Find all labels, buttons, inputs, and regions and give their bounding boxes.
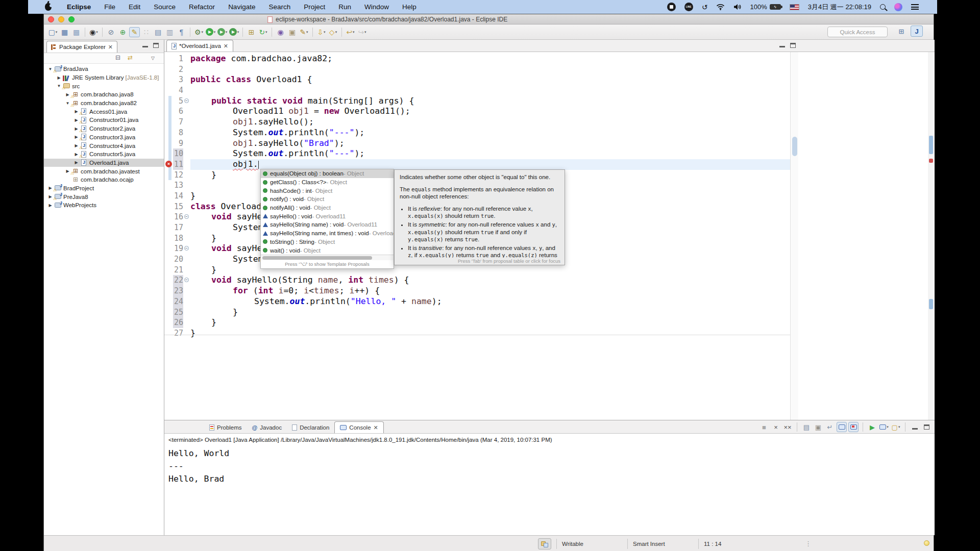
code-text[interactable]: public static void main(String[] args) { bbox=[190, 96, 790, 107]
siri-icon[interactable] bbox=[894, 3, 902, 11]
code-text[interactable]: package com.bradchao.java82; bbox=[190, 54, 790, 64]
window-titlebar[interactable]: eclipse-workspace - BradJava/src/com/bra… bbox=[44, 14, 934, 24]
close-view-icon[interactable]: ✕ bbox=[108, 44, 113, 51]
code-text[interactable]: } bbox=[190, 328, 790, 339]
editor-vertical-scrollbar[interactable] bbox=[790, 52, 798, 420]
open-task-icon[interactable]: ◉ bbox=[275, 27, 286, 37]
proposal-notifyAll[interactable]: notifyAll() : void - Object bbox=[261, 204, 394, 212]
coverage-icon[interactable]: ▶▾ bbox=[229, 27, 239, 37]
save-all-icon[interactable]: ▩ bbox=[71, 27, 82, 37]
javadoc-hover-popup[interactable]: Indicates whether some other object is "… bbox=[394, 169, 565, 265]
maximize-editor-icon[interactable] bbox=[790, 43, 796, 48]
run-external-tools-icon[interactable]: ▶▾ bbox=[217, 27, 228, 37]
code-text[interactable]: } bbox=[190, 317, 790, 328]
tree-item-webprojects[interactable]: ▶WebProjects bbox=[44, 201, 164, 210]
code-line-1[interactable]: 1package com.bradchao.java82; bbox=[164, 54, 790, 64]
volume-icon[interactable] bbox=[733, 4, 741, 10]
tab-overload1-java[interactable]: *Overload1.java ✕ bbox=[166, 40, 233, 52]
code-line-22[interactable]: 22−void sayHello(String name, int times)… bbox=[164, 275, 790, 286]
view-menu-icon[interactable]: ▽ bbox=[151, 56, 155, 61]
proposal-wait[interactable]: wait() : void - Object bbox=[261, 246, 394, 255]
menu-item-help[interactable]: Help bbox=[396, 0, 423, 14]
sign-key-icon[interactable]: ✎▾ bbox=[299, 27, 309, 37]
spotlight-icon[interactable] bbox=[880, 4, 886, 10]
tree-item-bradjava[interactable]: ▼⚠BradJava bbox=[44, 65, 164, 73]
synchronize-icon[interactable]: ↻▾ bbox=[258, 27, 268, 37]
proposal-sayHello[interactable]: sayHello() : void - Overload11 bbox=[261, 212, 394, 220]
tree-item-src[interactable]: ▼⚠src bbox=[44, 82, 164, 90]
scrollbar-thumb[interactable] bbox=[792, 137, 797, 156]
menu-item-source[interactable]: Source bbox=[147, 0, 182, 14]
debug-icon[interactable]: ⚙▾ bbox=[193, 27, 204, 37]
menu-app-name[interactable]: Eclipse bbox=[60, 0, 97, 14]
line-app-icon[interactable]: LINE bbox=[684, 3, 693, 11]
code-line-27[interactable]: 27} bbox=[164, 328, 790, 339]
apple-menu[interactable] bbox=[36, 0, 60, 14]
code-line-7[interactable]: 7obj1.sayHello(); bbox=[164, 117, 790, 128]
minimize-traffic-light[interactable] bbox=[58, 16, 64, 22]
code-text[interactable]: obj1.sayHello(); bbox=[190, 117, 790, 128]
tree-item-com-bradchao-java82[interactable]: ▼⊞⚠com.bradchao.java82 bbox=[44, 99, 164, 108]
code-line-11[interactable]: 11obj1. bbox=[164, 159, 790, 170]
quick-access-box[interactable]: Quick Access bbox=[827, 27, 888, 37]
collapse-all-icon[interactable]: ⊟ bbox=[115, 54, 120, 61]
tree-item-constructor5-java[interactable]: ▶⚠Constructor5.java bbox=[44, 150, 164, 159]
maximize-icon[interactable] bbox=[921, 422, 932, 432]
code-text[interactable] bbox=[190, 85, 790, 96]
code-line-24[interactable]: 24System.out.println("Hello, " + name); bbox=[164, 296, 790, 307]
mark-occurrences-icon[interactable]: ✎ bbox=[129, 27, 140, 37]
open-console-icon[interactable]: ▢▾ bbox=[891, 422, 901, 432]
editor-mode-icon[interactable] bbox=[538, 538, 551, 549]
menu-item-window[interactable]: Window bbox=[358, 0, 396, 14]
battery-indicator[interactable]: 100% ϟ bbox=[750, 3, 780, 11]
fold-collapse-icon[interactable]: − bbox=[183, 212, 190, 222]
code-line-3[interactable]: 3public class Overload1 { bbox=[164, 74, 790, 85]
input-source-flag-icon[interactable] bbox=[790, 4, 799, 10]
time-machine-icon[interactable]: ↺ bbox=[702, 3, 708, 11]
code-line-26[interactable]: 26} bbox=[164, 317, 790, 328]
new-wizard-icon[interactable]: ▢▾ bbox=[47, 27, 58, 37]
show-on-stdout-icon[interactable] bbox=[837, 422, 847, 432]
display-selected-console-icon[interactable]: ▾ bbox=[879, 422, 889, 432]
tree-item-constructor3-java[interactable]: ▶⚠Constructor3.java bbox=[44, 133, 164, 142]
minimize-editor-icon[interactable] bbox=[779, 43, 785, 47]
code-line-2[interactable]: 2 bbox=[164, 64, 790, 75]
tree-item-com-bradchao-ocajp[interactable]: ⊞com.bradchao.ocajp bbox=[44, 176, 164, 184]
code-line-6[interactable]: 6Overload11 obj1 = new Overload11(); bbox=[164, 106, 790, 117]
open-resource-icon[interactable]: ◇▾ bbox=[328, 27, 338, 37]
menu-item-refactor[interactable]: Refactor bbox=[182, 0, 222, 14]
tree-closed-arrow-icon[interactable]: ▶ bbox=[56, 76, 62, 80]
clear-console-icon[interactable]: ▤ bbox=[801, 422, 812, 432]
menu-item-project[interactable]: Project bbox=[297, 0, 332, 14]
link-with-editor-icon[interactable]: ⇄ bbox=[128, 54, 133, 61]
tree-item-com-bradchao-javatest[interactable]: ▶⊞⚠com.bradchao.javatest bbox=[44, 167, 164, 176]
fold-collapse-icon[interactable]: − bbox=[183, 243, 190, 254]
overview-mark[interactable] bbox=[929, 159, 933, 163]
tree-item-overload1-java[interactable]: ▶Overload1.java bbox=[44, 159, 164, 167]
tree-closed-arrow-icon[interactable]: ▶ bbox=[73, 160, 80, 165]
proposal-hscrollbar-thumb[interactable] bbox=[262, 256, 372, 260]
proposal-notify[interactable]: notify() : void - Object bbox=[261, 195, 394, 204]
proposal-hscrollbar[interactable] bbox=[261, 255, 394, 260]
new-java-element-icon[interactable]: ⊕ bbox=[117, 27, 128, 37]
proposal-equals[interactable]: equals(Object obj) : boolean - Object bbox=[261, 169, 394, 178]
code-text[interactable]: System.out.println("---"); bbox=[190, 128, 790, 138]
code-line-23[interactable]: 23for (int i=0; i<times; i++) { bbox=[164, 286, 790, 296]
tree-item-prejava8[interactable]: ▶⚠PreJava8 bbox=[44, 192, 164, 201]
tree-item-constructor2-java[interactable]: ▶⚠Constructor2.java bbox=[44, 124, 164, 133]
maximize-view-icon[interactable] bbox=[153, 43, 159, 48]
proposal-sayHello[interactable]: sayHello(String name, int times) : void … bbox=[261, 229, 394, 238]
search-references-icon[interactable]: ▥ bbox=[164, 27, 175, 37]
overview-mark[interactable] bbox=[929, 136, 933, 154]
forward-history-icon[interactable]: ↪▾ bbox=[357, 27, 368, 37]
clipboard-icon[interactable]: ▣ bbox=[287, 27, 298, 37]
code-text[interactable]: System.out.println("---"); bbox=[190, 148, 790, 159]
show-on-stderr-icon[interactable] bbox=[848, 422, 859, 432]
menu-item-edit[interactable]: Edit bbox=[122, 0, 147, 14]
tree-item-jre-system-library[interactable]: ▶JRE System Library[JavaSE-1.8] bbox=[44, 73, 164, 82]
terminate-icon[interactable]: ■ bbox=[759, 422, 769, 432]
lightbulb-icon[interactable] bbox=[924, 540, 929, 546]
new-junit-test-icon[interactable]: ⊞ bbox=[246, 27, 257, 37]
content-assist-popup[interactable]: equals(Object obj) : boolean - Objectget… bbox=[260, 169, 394, 269]
tab-javadoc[interactable]: @Javadoc bbox=[247, 421, 287, 433]
